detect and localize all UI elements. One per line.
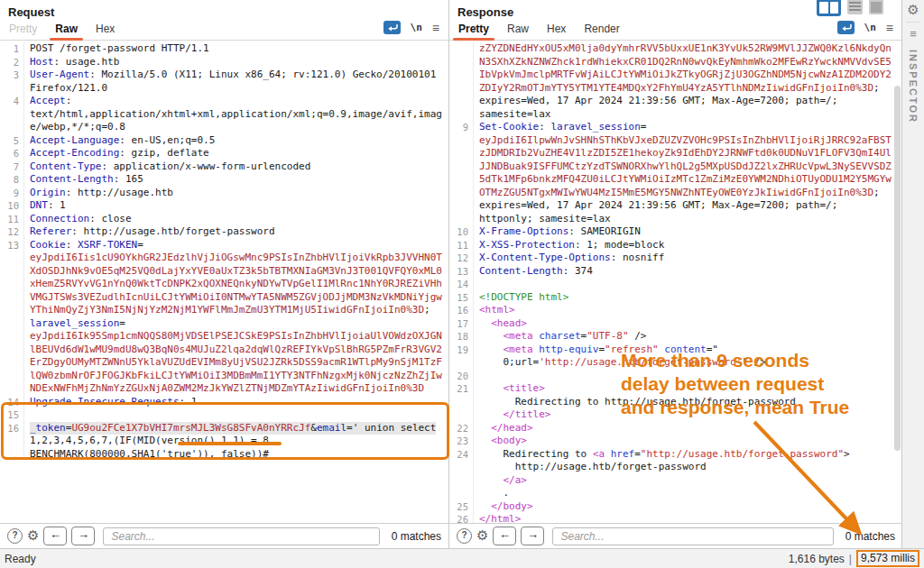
code-line[interactable]: </title>	[449, 408, 902, 422]
editor-menu-icon[interactable]: ≡	[886, 22, 893, 34]
code-line[interactable]: 21 <title>	[449, 382, 902, 396]
tab-raw[interactable]: Raw	[50, 20, 83, 40]
single-pane-layout-icon[interactable]	[869, 0, 883, 14]
code-line[interactable]: 16_token=UG9ou2FCe1X7bVHI7mrsMJL3WsG8SFv…	[0, 422, 448, 435]
code-line[interactable]: http://usage.htb/forget-password	[449, 461, 902, 474]
code-line[interactable]: lQW0zbmNrOFJFOGJKbFkiLCJtYWMiOiI3MDBmMmI…	[0, 370, 448, 383]
code-line[interactable]: expires=Wed, 17 Apr 2024 21:39:56 GMT; M…	[449, 199, 902, 213]
code-line[interactable]: 1POST /forget-password HTTP/1.1	[0, 42, 448, 56]
code-line[interactable]: XdOSDJhNk9vOE5qM25VQ0dLajYxYVE0aUxTZ3k5b…	[0, 265, 448, 279]
code-line[interactable]: zZYZDNEdHYxOU5xM0lja0dyYmhrRVV5bUxxUE1nK…	[449, 42, 902, 56]
code-line[interactable]: JJNDBuak9ISFFUMCtzYzdTSWNORXhwYlhQL2g5MX…	[449, 160, 902, 174]
code-line[interactable]: expires=Wed, 17 Apr 2024 21:39:56 GMT; M…	[449, 95, 902, 108]
code-line[interactable]: Firefox/121.0	[0, 82, 448, 96]
search-settings-gear-icon[interactable]: ⚙	[476, 529, 488, 543]
code-line[interactable]: 25 </body>	[449, 500, 902, 514]
next-match-button[interactable]: →	[521, 527, 544, 545]
code-line[interactable]: e/webp,*/*;q=0.8	[0, 121, 448, 134]
wrap-toggle-button[interactable]	[837, 21, 855, 34]
code-line[interactable]: 14	[449, 278, 902, 291]
inspector-label[interactable]: INSPECTOR	[908, 50, 919, 124]
search-settings-gear-icon[interactable]: ⚙	[27, 529, 39, 543]
code-line[interactable]: 12X-Content-Type-Options: nosniff	[449, 252, 902, 265]
code-line[interactable]: 10DNT: 1	[0, 199, 448, 213]
previous-match-button[interactable]: ←	[493, 527, 516, 545]
code-line[interactable]: httponly; samesite=lax	[449, 213, 902, 226]
code-line[interactable]: N3SXhXZkNZNWZhck1rdWhiekxCR01DQ2RnN0wvQk…	[449, 56, 902, 69]
columns-layout-icon[interactable]	[817, 0, 841, 16]
code-line[interactable]: xHemZ5RVYvVG1nYnQ0WktTcDNPK2xQOXNEQnkyND…	[0, 278, 448, 291]
code-line[interactable]: 2Host: usage.htb	[0, 56, 448, 69]
code-line[interactable]: 17 <head>	[449, 317, 902, 331]
code-line[interactable]: lBEUVd6dW1wMU9mdU8wQ3BqN0s4MUJuZ2lqa2dqW…	[0, 344, 448, 357]
response-editor[interactable]: zZYZDNEdHYxOU5xM0lja0dyYmhrRVV5bUxxUE1nK…	[449, 41, 902, 524]
next-match-button[interactable]: →	[71, 527, 95, 545]
code-line[interactable]: eyJpdiI6Ik95Smp1cmNQQS80MjVDSElPSEJCSkE9…	[0, 330, 448, 344]
code-line[interactable]: 7Content-Type: application/x-www-form-ur…	[0, 160, 448, 174]
code-line[interactable]: 5Accept-Language: en-US,en;q=0.5	[0, 134, 448, 148]
code-line[interactable]: 9Set-Cookie: laravel_session=	[449, 121, 902, 134]
code-line[interactable]: eyJpdiI6Iis1cU9OYkhGR2JEdzlhVjJiOGswMnc9…	[0, 252, 448, 265]
code-line[interactable]: Redirecting to http://usage.htb/forget-p…	[449, 396, 902, 409]
help-icon[interactable]: ?	[457, 528, 472, 544]
code-line[interactable]: 23 <body>	[449, 435, 902, 448]
code-line[interactable]: eyJpdiI6IlpwWnJvSHNhSThKbVJxeDZUZVZVOHc9…	[449, 134, 902, 148]
code-line[interactable]: VMGJTSWs3VEZudlhIcnUiLCJtYWMiOiI0NTMwYTA…	[0, 291, 448, 305]
code-line[interactable]: 15<!DOCTYPE html>	[449, 291, 902, 305]
response-search-input[interactable]	[552, 527, 833, 545]
code-line[interactable]: </a>	[449, 474, 902, 488]
code-line[interactable]: 4Accept:	[0, 95, 448, 108]
code-line[interactable]: YThiNmQyZjY3NmI5NjNjYzM2NjM1YWFlMmJmZmU3…	[0, 304, 448, 317]
editor-menu-icon[interactable]: ≡	[432, 22, 439, 34]
code-line[interactable]: 5dTk1MFp6bnkzMFQ4ZU0iLCJtYWMiOiIzMTc1ZmZ…	[449, 173, 902, 187]
code-line[interactable]: 8Content-Length: 165	[0, 173, 448, 187]
code-line[interactable]: 1,2,3,4,5,6,7,(IF(MID(version(),1,1) = 8…	[0, 435, 448, 448]
settings-gear-icon[interactable]: ⚙	[902, 2, 924, 18]
code-line[interactable]: 10X-Frame-Options: SAMEORIGIN	[449, 225, 902, 239]
code-line[interactable]: 13Cookie: XSRF-TOKEN=	[0, 239, 448, 252]
code-line[interactable]: samesite=lax	[449, 108, 902, 122]
code-line[interactable]: .	[449, 487, 902, 500]
code-line[interactable]: 6Accept-Encoding: gzip, deflate	[0, 147, 448, 160]
code-line[interactable]: 15	[0, 408, 448, 422]
tab-hex[interactable]: Hex	[90, 20, 120, 40]
request-editor[interactable]: 1POST /forget-password HTTP/1.12Host: us…	[0, 41, 448, 524]
tab-pretty[interactable]: Pretty	[4, 20, 42, 40]
code-line[interactable]: 22 </head>	[449, 422, 902, 435]
code-line[interactable]: 20	[449, 370, 902, 383]
inspector-sidebar[interactable]: ⚙ ≡ INSPECTOR	[901, 0, 924, 548]
code-line[interactable]: 14Upgrade-Insecure-Requests: 1	[0, 396, 448, 409]
code-line[interactable]: 11Connection: close	[0, 213, 448, 226]
request-search-input[interactable]	[103, 527, 379, 545]
code-line[interactable]: IbVpkVmJmclpMRTFvWjAiLCJtYWMiOiJkZTkyOGR…	[449, 69, 902, 82]
show-newlines-toggle[interactable]: \n	[411, 22, 422, 33]
code-line[interactable]: ZDIyY2RmOTJmYTY5YTM1YTE4MDQxY2FhYmU4YzA5…	[449, 82, 902, 96]
code-line[interactable]: ErZDgyOUMyMTZWNnU5YklaVUZUdEVIMm8yUjVSU2…	[0, 356, 448, 370]
code-line[interactable]: 19 <meta http-equiv="refresh" content="	[449, 344, 902, 357]
wrap-toggle-button[interactable]	[383, 21, 401, 34]
inspector-pin-icon[interactable]: ≡	[902, 27, 924, 41]
code-line[interactable]: 12Referer: http://usage.htb/forget-passw…	[0, 225, 448, 239]
tab-render[interactable]: Render	[578, 20, 624, 40]
code-line[interactable]: OTMzZGU5NTgxMWIwYWU4MzI5MmE5MGY5NWZhNTEy…	[449, 187, 902, 200]
code-line[interactable]: 24 Redirecting to <a href="http://usage.…	[449, 448, 902, 462]
code-line[interactable]: 18 <meta charset="UTF-8" />	[449, 330, 902, 344]
code-line[interactable]: NDExNWFhMjZhNmYzZGUxNjA0ZWM2MzJkYWZlZTNj…	[0, 382, 448, 396]
code-line[interactable]: 16<html>	[449, 304, 902, 317]
code-line[interactable]: 0;url='http://usage.htb/forget-password'…	[449, 356, 902, 370]
previous-match-button[interactable]: ←	[43, 527, 67, 545]
code-line[interactable]: BENCHMARK(800000,SHA1('true')), false))#	[0, 448, 448, 462]
tab-raw[interactable]: Raw	[502, 20, 534, 40]
code-line[interactable]: 11X-XSS-Protection: 1; mode=block	[449, 239, 902, 252]
code-line[interactable]: 13Content-Length: 374	[449, 265, 902, 279]
code-line[interactable]: zJDMDRIb2VuZHE4V1lzZDI5ZE1hekoyZk9IdEhDY…	[449, 147, 902, 160]
code-line[interactable]: 3User-Agent: Mozilla/5.0 (X11; Linux x86…	[0, 69, 448, 82]
code-line[interactable]: 9Origin: http://usage.htb	[0, 187, 448, 200]
rows-layout-icon[interactable]	[847, 0, 863, 14]
show-newlines-toggle[interactable]: \n	[864, 22, 876, 33]
code-line[interactable]: laravel_session=	[0, 317, 448, 331]
tab-hex[interactable]: Hex	[541, 20, 571, 40]
help-icon[interactable]: ?	[7, 528, 23, 544]
code-line[interactable]: text/html,application/xhtml+xml,applicat…	[0, 108, 448, 122]
tab-pretty[interactable]: Pretty	[453, 20, 494, 40]
